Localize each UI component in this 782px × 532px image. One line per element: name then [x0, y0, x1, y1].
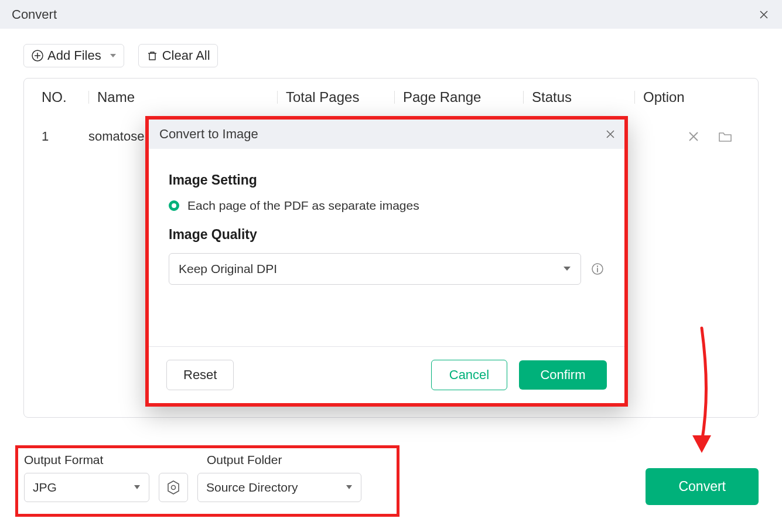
image-quality-value: Keep Original DPI [179, 262, 277, 276]
output-format-label: Output Format [24, 453, 207, 467]
image-quality-row: Keep Original DPI [169, 253, 605, 285]
output-folder-value: Source Directory [206, 480, 298, 495]
output-folder-label: Output Folder [207, 453, 282, 467]
output-folder-select[interactable]: Source Directory [197, 473, 361, 502]
output-format-value: JPG [33, 480, 57, 495]
image-quality-heading: Image Quality [169, 227, 605, 243]
clear-all-label: Clear All [162, 48, 210, 63]
output-row: JPG Source Directory [24, 473, 391, 502]
dialog-footer: Reset Cancel Confirm [149, 346, 624, 403]
table-header: NO. Name Total Pages Page Range Status O… [24, 79, 758, 116]
cancel-button[interactable]: Cancel [431, 360, 507, 390]
image-quality-select[interactable]: Keep Original DPI [169, 253, 581, 285]
output-labels: Output Format Output Folder [24, 453, 391, 467]
dialog-close-icon[interactable] [606, 129, 615, 139]
col-name: Name [88, 89, 277, 105]
trash-icon [146, 49, 159, 62]
svg-point-3 [172, 486, 176, 490]
radio-each-page-label: Each page of the PDF as separate images [187, 199, 419, 213]
radio-each-page[interactable]: Each page of the PDF as separate images [169, 199, 605, 213]
caret-down-icon [110, 52, 117, 59]
svg-marker-2 [168, 481, 179, 494]
add-files-button[interactable]: Add Files [23, 44, 124, 67]
convert-label: Convert [678, 479, 726, 494]
output-format-select[interactable]: JPG [24, 473, 149, 502]
col-option: Option [634, 89, 740, 105]
col-range: Page Range [394, 89, 523, 105]
convert-button[interactable]: Convert [646, 468, 759, 505]
output-panel: Output Format Output Folder JPG Source D… [15, 445, 399, 517]
caret-down-icon [346, 485, 353, 490]
cell-no: 1 [42, 129, 88, 144]
dialog-titlebar: Convert to Image [149, 120, 624, 149]
dialog-body: Image Setting Each page of the PDF as se… [149, 149, 624, 285]
col-no: NO. [42, 89, 88, 105]
reset-button[interactable]: Reset [166, 360, 234, 390]
titlebar: Convert [0, 0, 782, 29]
info-icon[interactable] [590, 262, 605, 276]
close-icon[interactable] [759, 9, 769, 20]
gear-icon [166, 480, 181, 495]
dialog-title: Convert to Image [159, 127, 258, 141]
confirm-button[interactable]: Confirm [519, 360, 607, 390]
output-settings-button[interactable] [159, 473, 188, 502]
col-status: Status [523, 89, 634, 105]
add-files-label: Add Files [47, 48, 101, 63]
clear-all-button[interactable]: Clear All [138, 44, 218, 67]
remove-row-icon[interactable] [688, 130, 699, 143]
folder-icon[interactable] [718, 130, 732, 143]
cell-option [634, 130, 740, 143]
caret-down-icon [134, 485, 141, 490]
radio-dot-icon [169, 200, 179, 211]
col-pages: Total Pages [277, 89, 394, 105]
window-title: Convert [12, 7, 57, 22]
annotation-arrow [678, 325, 725, 460]
caret-down-icon [563, 266, 571, 272]
convert-window: Convert Add Files Clear All NO. Name To [0, 0, 782, 532]
plus-circle-icon [31, 49, 44, 62]
convert-to-image-dialog: Convert to Image Image Setting Each page… [145, 116, 628, 407]
image-setting-heading: Image Setting [169, 172, 605, 188]
toolbar: Add Files Clear All [0, 29, 782, 67]
